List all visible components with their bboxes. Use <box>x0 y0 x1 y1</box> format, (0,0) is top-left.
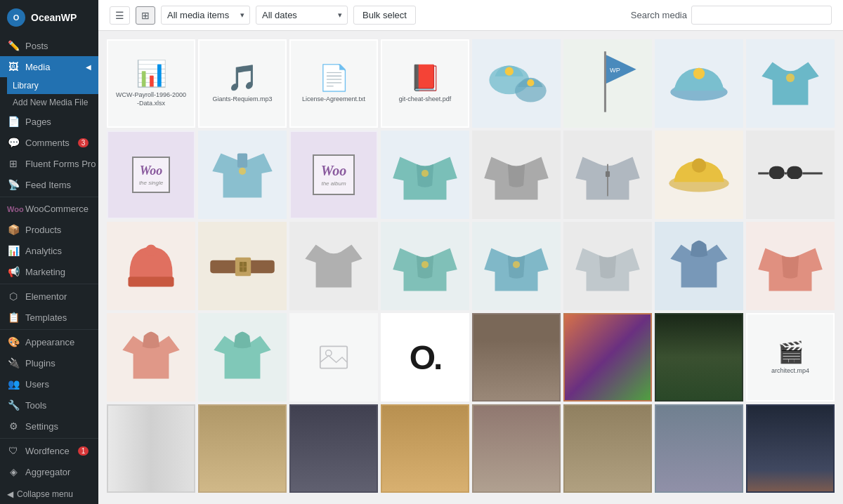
media-item-man-laughing[interactable] <box>472 404 561 493</box>
fluent-forms-icon: ⊞ <box>7 158 20 169</box>
sidebar-item-label: Feed Items <box>25 180 71 190</box>
sidebar-item-label: Marketing <box>25 267 65 277</box>
media-submenu: Library Add New Media File <box>0 77 98 111</box>
view-list-button[interactable]: ☰ <box>110 6 130 25</box>
sidebar-item-add-media[interactable]: Add New Media File <box>7 94 98 111</box>
media-item-man-bowtie[interactable] <box>289 404 378 493</box>
sidebar: O OceanWP ✏️ Posts 🖼 Media ◀ Library Add… <box>0 0 98 504</box>
sidebar-item-label: Pages <box>25 117 51 127</box>
site-header[interactable]: O OceanWP <box>0 0 98 35</box>
media-area: 📊 WCW-Payroll-1996-2000-Data.xlsx 🎵 Gian… <box>98 31 843 504</box>
library-label: Library <box>13 81 39 91</box>
sidebar-item-media[interactable]: 🖼 Media ◀ <box>0 56 98 77</box>
media-item-audio[interactable]: 🎵 Giants-Requiem.mp3 <box>198 39 287 128</box>
media-item-columns[interactable] <box>107 404 195 493</box>
svg-rect-19 <box>787 166 802 179</box>
marketing-icon: 📢 <box>7 266 20 277</box>
media-item-woman-portrait[interactable] <box>472 313 561 402</box>
wordfence-icon: 🛡 <box>7 445 20 456</box>
settings-icon: ⚙ <box>7 420 20 432</box>
sidebar-item-products[interactable]: 📦 Products <box>0 219 98 240</box>
svg-point-12 <box>422 170 429 177</box>
comments-badge: 3 <box>78 138 89 147</box>
svg-point-23 <box>145 245 157 256</box>
media-item-sunglasses[interactable] <box>746 131 835 219</box>
media-item-hoodie-pink[interactable] <box>746 222 835 310</box>
media-item-woo-single[interactable]: Woo the single <box>107 131 195 219</box>
sidebar-item-marketing[interactable]: 📢 Marketing <box>0 261 98 282</box>
media-item-cap[interactable] <box>655 131 743 219</box>
svg-text:WP: WP <box>610 67 620 74</box>
tools-icon: 🔧 <box>7 399 20 411</box>
media-item-tshirt-teal2[interactable] <box>198 313 287 402</box>
media-item-tshirt-salmon[interactable] <box>107 313 195 402</box>
media-item-excel[interactable]: 📊 WCW-Payroll-1996-2000-Data.xlsx <box>107 39 195 128</box>
media-item-city-night[interactable] <box>655 313 743 402</box>
media-item-woo-album[interactable]: Woo the album <box>289 131 378 219</box>
users-icon: 👥 <box>7 378 20 390</box>
media-item-tshirt-grey[interactable] <box>289 222 378 310</box>
sidebar-item-label: Posts <box>25 41 48 51</box>
media-icon: 🖼 <box>7 61 20 72</box>
sidebar-item-settings[interactable]: ⚙ Settings <box>0 416 98 437</box>
media-item-man-colorful[interactable] <box>563 313 652 402</box>
sidebar-item-library[interactable]: Library <box>7 77 98 94</box>
media-item-hoodie-zip[interactable] <box>563 131 652 219</box>
media-item-polo[interactable] <box>198 131 287 219</box>
sidebar-item-label: WooCommerce <box>25 204 89 214</box>
filter-media-select[interactable]: All media items Images Audio Video Docum… <box>161 6 250 25</box>
media-item-hats[interactable] <box>472 39 561 128</box>
media-item-building-glass[interactable] <box>655 404 743 493</box>
search-input[interactable] <box>691 6 832 25</box>
sidebar-item-comments[interactable]: 💬 Comments 3 <box>0 132 98 153</box>
sidebar-item-feed-items[interactable]: 📡 Feed Items <box>0 174 98 195</box>
sidebar-item-aggregator[interactable]: ◈ Aggregator <box>0 461 98 482</box>
sidebar-item-wordfence[interactable]: 🛡 Wordfence 1 <box>0 440 98 461</box>
sidebar-item-analytics[interactable]: 📊 Analytics <box>0 240 98 261</box>
media-item-belt[interactable] <box>198 222 287 310</box>
media-item-hoodie-light[interactable] <box>563 222 652 310</box>
media-item-tshirt-teal[interactable] <box>746 39 835 128</box>
media-item-arch-books[interactable] <box>563 404 652 493</box>
media-item-hat-single[interactable] <box>655 39 743 128</box>
view-grid-button[interactable]: ⊞ <box>136 6 155 25</box>
sidebar-item-woocommerce[interactable]: Woo WooCommerce <box>0 199 98 219</box>
media-item-tshirt-blue[interactable] <box>655 222 743 310</box>
sidebar-item-templates[interactable]: 📋 Templates <box>0 307 98 328</box>
sidebar-item-pages[interactable]: 📄 Pages <box>0 111 98 132</box>
media-item-placeholder[interactable] <box>289 313 378 402</box>
media-item-zero-logo[interactable]: O. <box>381 313 469 402</box>
filter-date-select[interactable]: All dates January 2024 December 2023 <box>256 6 348 25</box>
sidebar-item-posts[interactable]: ✏️ Posts <box>0 35 98 56</box>
media-item-pennant[interactable]: WP <box>563 39 652 128</box>
active-arrow: ◀ <box>86 63 91 71</box>
svg-rect-4 <box>604 51 606 112</box>
media-item-hoodie-green[interactable] <box>381 222 469 310</box>
sidebar-item-tools[interactable]: 🔧 Tools <box>0 394 98 416</box>
media-item-txt[interactable]: 📄 License-Agreement.txt <box>289 39 378 128</box>
svg-rect-18 <box>769 166 785 179</box>
media-item-woman-smiling[interactable] <box>381 404 469 493</box>
sidebar-item-appearance[interactable]: 🎨 Appearance <box>0 331 98 352</box>
media-item-hoodie-yellow[interactable] <box>472 222 561 310</box>
media-item-pdf[interactable]: 📕 git-cheat-sheet.pdf <box>381 39 469 128</box>
media-item-beanie[interactable] <box>107 222 195 310</box>
bulk-select-button[interactable]: Bulk select <box>353 6 416 25</box>
media-item-city-sunset[interactable] <box>746 404 835 493</box>
media-item-architect-video[interactable]: 🎬 architect.mp4 <box>746 313 835 402</box>
media-item-hoodie-grey[interactable] <box>472 131 561 219</box>
sidebar-item-fluent-forms[interactable]: ⊞ Fluent Forms Pro <box>0 153 98 174</box>
woo-icon: Woo <box>7 205 20 213</box>
media-item-hoodie-teal[interactable] <box>381 131 469 219</box>
posts-icon: ✏️ <box>7 40 20 51</box>
collapse-menu-btn[interactable]: ◀ Collapse menu <box>0 482 98 504</box>
site-icon: O <box>7 8 25 27</box>
sidebar-item-label: Comments <box>25 138 70 148</box>
media-item-woman-standing[interactable] <box>198 404 287 493</box>
filter-date-wrap: All dates January 2024 December 2023 <box>256 6 348 25</box>
svg-point-9 <box>786 74 795 82</box>
sidebar-item-users[interactable]: 👥 Users <box>0 373 98 394</box>
sidebar-item-elementor[interactable]: ⬡ Elementor <box>0 286 98 307</box>
svg-rect-22 <box>128 277 174 286</box>
sidebar-item-plugins[interactable]: 🔌 Plugins <box>0 352 98 373</box>
